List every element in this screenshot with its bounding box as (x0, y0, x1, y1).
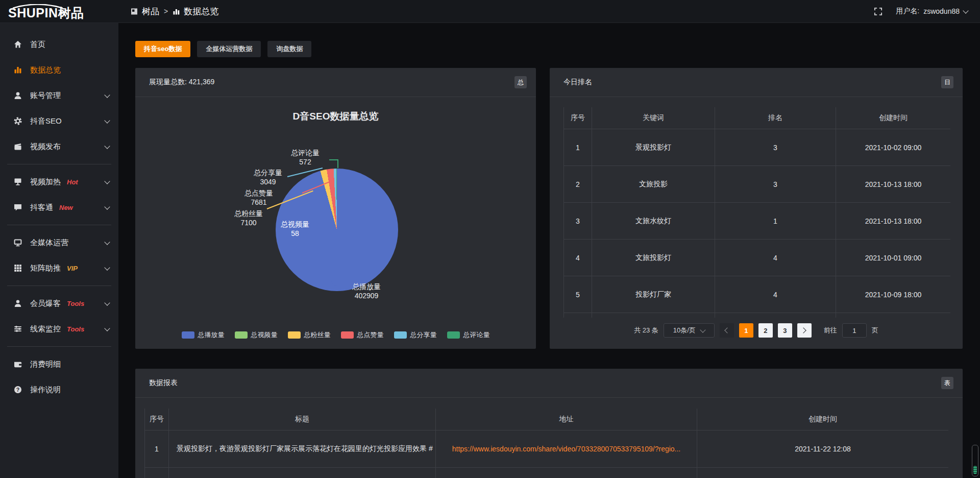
sidebar-item-consume-detail[interactable]: 消费明细 (0, 351, 118, 377)
legend-item[interactable]: 总点赞量 (341, 330, 384, 340)
sidebar-item-matrix-boost[interactable]: 矩阵助推VIP (0, 255, 118, 281)
legend-label: 总视频量 (251, 330, 278, 340)
table-cell (145, 468, 169, 478)
report-table: 序号标题地址创建时间 1景观投影灯，夜游景观投影灯厂家展示展示落花灯在花园里的灯… (144, 409, 948, 478)
goto-page-input[interactable] (842, 323, 867, 338)
sidebar-item-data-overview[interactable]: 数据总览 (0, 57, 118, 83)
legend-item[interactable]: 总播放量 (182, 330, 225, 340)
scrollbar-thumb[interactable] (973, 466, 977, 474)
sidebar-item-label: 线索监控 (30, 324, 61, 334)
chevron-down-icon (104, 143, 110, 149)
table-cell: 2021-10-02 09:00 (836, 129, 951, 166)
sidebar-item-help[interactable]: ?操作说明 (0, 377, 118, 402)
report-time-cell: 2021-11-22 12:08 (697, 431, 949, 468)
prev-page-button[interactable] (720, 323, 734, 338)
sidebar-item-home[interactable]: 首页 (0, 32, 118, 57)
sidebar-item-label: 数据总览 (30, 65, 61, 75)
rank-table-wrap: 序号关键词排名创建时间 1景观投影灯32021-10-02 09:002文旅投影… (564, 107, 950, 318)
sidebar-item-label: 消费明细 (30, 360, 61, 369)
page-size-select[interactable]: 10条/页 (664, 323, 715, 338)
report-link[interactable]: https://www.iesdouyin.com/share/video/70… (452, 445, 681, 453)
breadcrumb-separator: > (164, 7, 168, 15)
sidebar-item-member-baoke[interactable]: 会员爆客Tools (0, 291, 118, 316)
chevron-down-icon (104, 92, 110, 98)
table-row: 5投影灯厂家42021-10-09 18:00 (564, 276, 951, 313)
table-cell: 景观投影灯 (592, 129, 715, 166)
page-button-2[interactable]: 2 (758, 323, 773, 338)
table-cell (697, 468, 949, 478)
page-button-3[interactable]: 3 (778, 323, 792, 338)
legend-item[interactable]: 总分享量 (394, 330, 437, 340)
pie-label-plays: 总播放量402909 (344, 282, 389, 300)
sidebar-item-douyin-seo[interactable]: 抖音SEO (0, 108, 118, 134)
sidebar-divider (7, 346, 111, 347)
legend-label: 总分享量 (410, 330, 437, 340)
breadcrumb-root[interactable]: 树品 (142, 6, 159, 17)
table-cell: 2021-10-13 18:00 (836, 166, 951, 203)
chevron-down-icon (104, 117, 110, 123)
sidebar-item-douketong[interactable]: 抖客通New (0, 195, 118, 220)
sidebar-item-account[interactable]: 账号管理 (0, 83, 118, 108)
goto-label: 前往 (824, 326, 837, 335)
tab-1[interactable]: 全媒体运营数据 (197, 41, 261, 57)
table-row: 3文旅水纹灯12021-10-13 18:00 (564, 203, 951, 240)
question-icon: ? (13, 385, 22, 394)
pie-label-videos: 总视频量58 (272, 220, 318, 238)
sidebar-item-video-publish[interactable]: 视频发布 (0, 134, 118, 159)
legend-swatch (341, 331, 354, 339)
table-cell: 3 (715, 129, 836, 166)
tab-0[interactable]: 抖音seo数据 (135, 41, 190, 57)
fullscreen-icon[interactable] (874, 7, 883, 16)
sidebar-item-badge: Hot (67, 178, 78, 186)
sidebar-divider (7, 225, 111, 225)
column-header: 创建时间 (836, 107, 951, 129)
table-cell: 5 (564, 276, 592, 313)
window-icon (131, 8, 138, 15)
svg-text:?: ? (16, 387, 19, 393)
label-line (337, 159, 338, 168)
sidebar-item-label: 操作说明 (30, 385, 61, 395)
sidebar-item-clue-monitor[interactable]: 线索监控Tools (0, 316, 118, 342)
sidebar-divider (7, 164, 111, 164)
table-cell (564, 313, 592, 318)
table-cell: 文旅水纹灯 (592, 203, 715, 240)
tab-2[interactable]: 询盘数据 (267, 41, 311, 57)
sidebar-item-label: 视频加热 (30, 177, 61, 187)
legend-item[interactable]: 总视频量 (235, 330, 278, 340)
sidebar: 首页数据总览账号管理抖音SEO视频发布视频加热Hot抖客通New全媒体运营矩阵助… (0, 22, 118, 478)
table-view-button[interactable]: 表 (941, 377, 953, 389)
page-button-1[interactable]: 1 (739, 323, 753, 338)
pie-label-likes: 总点赞量7681 (236, 188, 282, 207)
report-table-header: 序号标题地址创建时间 (145, 409, 949, 431)
user-menu[interactable]: 用户名: zswodun88 (896, 7, 968, 16)
legend-item[interactable]: 总粉丝量 (288, 330, 331, 340)
scrollbar[interactable] (972, 445, 978, 476)
table-cell (836, 313, 951, 318)
legend-swatch (235, 331, 248, 339)
table-cell: 文旅投影灯 (592, 240, 715, 276)
table-cell: 投影灯厂家 (592, 276, 715, 313)
legend-label: 总粉丝量 (304, 330, 331, 340)
sidebar-item-label: 首页 (30, 40, 45, 50)
total-view-button[interactable]: 总 (514, 76, 527, 88)
column-header: 序号 (564, 107, 592, 129)
table-cell: 1 (715, 203, 836, 240)
table-row: 4文旅投影灯42021-10-01 09:00 (564, 240, 951, 276)
table-cell: 4 (715, 240, 836, 276)
table-row: 1景观投影灯32021-10-02 09:00 (564, 129, 951, 166)
next-page-button[interactable] (797, 323, 812, 338)
app-logo: SHUPIN树品 (0, 4, 118, 18)
daily-view-button[interactable]: 日 (941, 76, 953, 88)
sidebar-item-media-operation[interactable]: 全媒体运营 (0, 230, 118, 255)
table-cell: 2 (564, 166, 592, 203)
table-cell: 1 (564, 129, 592, 166)
topbar: SHUPIN树品 树品 > 数据总览 用户名: zswodun88 (0, 0, 980, 23)
sidebar-item-label: 全媒体运营 (30, 238, 68, 248)
table-cell (436, 468, 697, 478)
table-cell: 4 (564, 240, 592, 276)
legend-item[interactable]: 总评论量 (447, 330, 490, 340)
chevron-down-icon (104, 325, 110, 331)
monitor-icon (13, 238, 22, 247)
breadcrumb-current: 数据总览 (184, 6, 218, 17)
sidebar-item-video-heat[interactable]: 视频加热Hot (0, 169, 118, 195)
